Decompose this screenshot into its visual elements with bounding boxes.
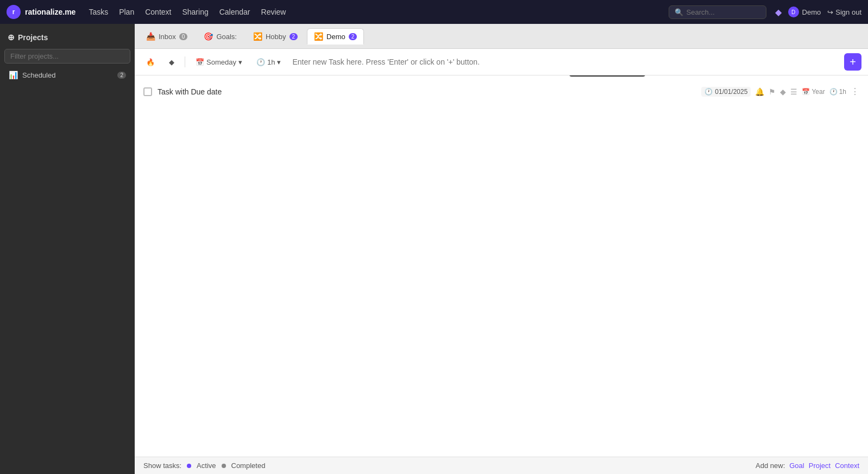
add-task-button[interactable]: + (844, 53, 861, 71)
chevron-down-icon: ▾ (238, 58, 242, 66)
task-list: Due 01/01/2025 01:00:00 Task with Due da… (135, 75, 868, 457)
search-icon: 🔍 (675, 8, 683, 16)
diamond-button[interactable]: ◆ (164, 55, 179, 69)
task-diamond-icon[interactable]: ◆ (780, 87, 786, 96)
projects-header[interactable]: ⊕ Projects (4, 30, 130, 45)
search-bar[interactable]: 🔍 (669, 5, 766, 19)
nav-sharing[interactable]: Sharing (178, 5, 212, 18)
due-date-tooltip: Due 01/01/2025 01:00:00 (569, 75, 645, 77)
add-goal-link[interactable]: Goal (789, 462, 804, 470)
filter-projects-input[interactable] (4, 49, 130, 64)
task-time-clock-icon: 🕐 (829, 88, 838, 96)
projects-label: Projects (18, 33, 48, 42)
task-year-value: Year (812, 88, 825, 96)
plus-circle-icon: ⊕ (8, 33, 15, 42)
active-radio[interactable] (187, 464, 191, 468)
due-clock-icon: 🕐 (705, 88, 713, 96)
tab-demo[interactable]: 🔀 Demo 2 (307, 28, 364, 45)
logo-icon: r (7, 5, 21, 19)
bar-chart-icon: 📊 (9, 71, 18, 79)
tab-hobby[interactable]: 🔀 Hobby 2 (246, 28, 305, 45)
user-info[interactable]: D Demo (788, 7, 821, 17)
fire-button[interactable]: 🔥 (141, 55, 160, 69)
nav-review[interactable]: Review (257, 5, 291, 18)
task-due-date[interactable]: 🕐 01/01/2025 (701, 87, 751, 97)
nav-plan[interactable]: Plan (115, 5, 139, 18)
task-name: Task with Due date (158, 87, 696, 96)
diamond-icon: ◆ (169, 58, 174, 66)
schedule-label: Someday (206, 58, 236, 66)
task-notes-icon[interactable]: ☰ (790, 87, 797, 96)
due-date-value: 01/01/2025 (715, 88, 747, 96)
topnav-links: Tasks Plan Context Sharing Calendar Revi… (84, 5, 290, 18)
task-year-calendar-icon: 📅 (802, 88, 810, 96)
goals-icon: 🎯 (204, 32, 213, 41)
tab-demo-label: Demo (326, 33, 345, 41)
new-task-input[interactable] (290, 55, 840, 68)
premium-icon: ◆ (775, 7, 782, 17)
time-chevron-icon: ▾ (277, 58, 281, 66)
topnav-right: ◆ D Demo ↪ Sign out (775, 7, 861, 17)
calendar-icon: 📅 (196, 58, 204, 66)
inbox-icon: 📥 (146, 32, 155, 41)
logo[interactable]: r rationalize.me (7, 5, 76, 19)
tab-inbox[interactable]: 📥 Inbox 0 (139, 28, 194, 45)
task-time[interactable]: 🕐 1h (829, 88, 846, 96)
toolbar-divider-1 (185, 56, 185, 67)
task-more-button[interactable]: ⋮ (851, 86, 859, 97)
nav-calendar[interactable]: Calendar (215, 5, 255, 18)
user-name: Demo (802, 8, 821, 16)
tab-hobby-badge: 2 (290, 33, 298, 40)
main-content: 📥 Inbox 0 🎯 Goals: 🔀 Hobby 2 🔀 Demo 2 (135, 24, 868, 474)
sidebar: ⊕ Projects 📊 Scheduled 2 (0, 24, 135, 474)
task-checkbox[interactable] (143, 87, 152, 96)
footer: Show tasks: Active Completed Add new: Go… (135, 457, 868, 474)
task-actions: 🕐 01/01/2025 🔔 ⚑ ◆ ☰ 📅 Year 🕐 1h (701, 86, 859, 97)
signout-label: Sign out (835, 8, 861, 16)
tabs-bar: 📥 Inbox 0 🎯 Goals: 🔀 Hobby 2 🔀 Demo 2 (135, 24, 868, 49)
task-bell-icon[interactable]: 🔔 (755, 87, 764, 96)
sidebar-item-scheduled[interactable]: 📊 Scheduled 2 (4, 68, 130, 82)
sidebar-item-label: Scheduled (22, 71, 55, 79)
add-new-label: Add new: (756, 462, 785, 470)
sidebar-item-badge: 2 (117, 72, 126, 79)
footer-right: Add new: Goal Project Context (756, 462, 859, 470)
nav-context[interactable]: Context (141, 5, 175, 18)
schedule-dropdown[interactable]: 📅 Someday ▾ (191, 55, 247, 69)
active-label: Active (197, 462, 216, 470)
topnav: r rationalize.me Tasks Plan Context Shar… (0, 0, 868, 24)
completed-label: Completed (231, 462, 266, 470)
logo-text: rationalize.me (25, 8, 76, 16)
tab-demo-badge: 2 (349, 33, 357, 40)
table-row: Due 01/01/2025 01:00:00 Task with Due da… (135, 82, 868, 101)
tab-inbox-badge: 0 (179, 33, 188, 40)
nav-tasks[interactable]: Tasks (84, 5, 112, 18)
fire-icon: 🔥 (146, 58, 155, 66)
tab-goals[interactable]: 🎯 Goals: (197, 28, 244, 45)
toolbar: 🔥 ◆ 📅 Someday ▾ 🕐 1h ▾ + (135, 49, 868, 75)
search-input[interactable] (687, 8, 763, 16)
time-label: 1h (267, 58, 275, 66)
signout-icon: ↪ (827, 8, 833, 16)
plus-icon: + (850, 56, 856, 68)
footer-left: Show tasks: Active Completed (143, 462, 265, 470)
layout: ⊕ Projects 📊 Scheduled 2 📥 Inbox 0 🎯 Goa… (0, 24, 868, 474)
demo-icon: 🔀 (314, 32, 323, 41)
clock-icon: 🕐 (256, 58, 265, 66)
task-time-value: 1h (839, 88, 846, 96)
completed-radio[interactable] (222, 464, 226, 468)
hobby-icon: 🔀 (253, 32, 262, 41)
tab-hobby-label: Hobby (266, 33, 286, 41)
add-project-link[interactable]: Project (809, 462, 831, 470)
time-dropdown[interactable]: 🕐 1h ▾ (251, 55, 286, 69)
tab-goals-label: Goals: (216, 33, 237, 41)
avatar: D (788, 7, 799, 17)
signout-button[interactable]: ↪ Sign out (827, 8, 861, 16)
task-flag-icon[interactable]: ⚑ (769, 87, 776, 96)
add-context-link[interactable]: Context (835, 462, 859, 470)
tab-inbox-label: Inbox (159, 33, 176, 41)
task-year[interactable]: 📅 Year (802, 88, 825, 96)
show-tasks-label: Show tasks: (143, 462, 181, 470)
